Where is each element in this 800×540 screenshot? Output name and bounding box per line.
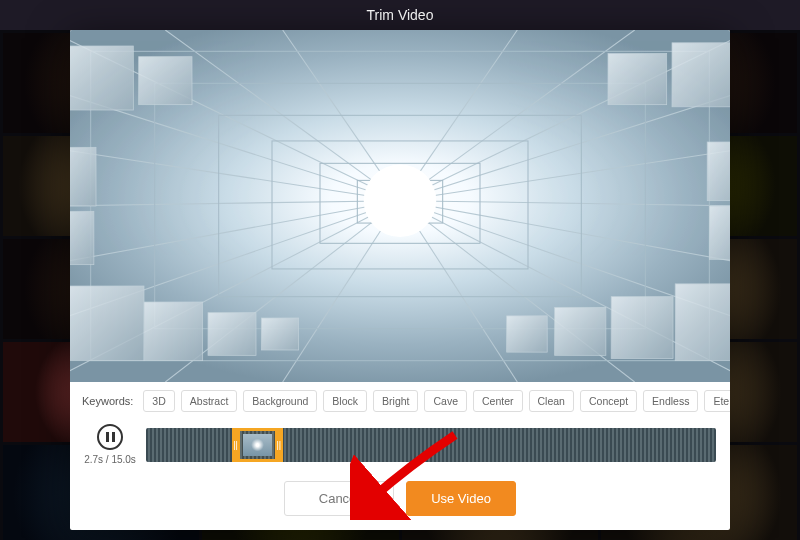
keyword-tag[interactable]: Bright	[373, 390, 418, 412]
svg-rect-42	[70, 211, 94, 264]
svg-rect-43	[707, 142, 730, 201]
keyword-tag[interactable]: Center	[473, 390, 523, 412]
keyword-tag[interactable]: Concept	[580, 390, 637, 412]
pause-button[interactable]	[97, 424, 123, 450]
playback-time: 2.7s / 15.0s	[84, 454, 136, 465]
trim-handle-start[interactable]: ||	[232, 431, 240, 459]
keyword-tag[interactable]: Cave	[424, 390, 467, 412]
svg-rect-41	[70, 147, 96, 206]
svg-rect-30	[144, 302, 203, 361]
keyword-tag[interactable]: Abstract	[181, 390, 238, 412]
svg-rect-38	[139, 57, 192, 105]
svg-rect-33	[507, 316, 548, 352]
trim-handle-end[interactable]: ||	[275, 431, 283, 459]
svg-point-45	[364, 164, 437, 237]
svg-rect-35	[611, 297, 673, 359]
use-video-button[interactable]: Use Video	[406, 481, 516, 516]
pause-icon	[106, 432, 115, 442]
svg-rect-31	[208, 313, 256, 356]
trim-selection-thumbnail	[243, 434, 272, 456]
keyword-tag[interactable]: Clean	[529, 390, 574, 412]
keyword-tag[interactable]: 3D	[143, 390, 174, 412]
keyword-tag[interactable]: Eternal	[704, 390, 730, 412]
keyword-tag[interactable]: Endless	[643, 390, 698, 412]
modal-title-bar: Trim Video	[0, 0, 800, 30]
keyword-tag[interactable]: Block	[323, 390, 367, 412]
timeline-row: 2.7s / 15.0s || ||	[70, 418, 730, 475]
svg-rect-44	[709, 206, 730, 259]
timeline-track[interactable]: || ||	[146, 428, 716, 462]
svg-rect-40	[672, 43, 730, 107]
svg-rect-39	[608, 53, 667, 104]
trim-video-modal: Keywords: 3D Abstract Background Block B…	[70, 30, 730, 530]
svg-rect-32	[261, 318, 298, 350]
trim-selection[interactable]: || ||	[232, 428, 283, 462]
svg-rect-29	[70, 286, 144, 361]
cancel-button[interactable]: Cancel	[284, 481, 394, 516]
svg-rect-34	[555, 307, 606, 355]
action-row: Cancel Use Video	[70, 475, 730, 530]
svg-rect-37	[70, 46, 133, 110]
modal-title: Trim Video	[367, 7, 434, 23]
keyword-tag[interactable]: Background	[243, 390, 317, 412]
svg-rect-36	[675, 284, 730, 361]
keywords-row: Keywords: 3D Abstract Background Block B…	[70, 382, 730, 418]
keywords-label: Keywords:	[82, 395, 133, 407]
video-preview[interactable]	[70, 30, 730, 382]
